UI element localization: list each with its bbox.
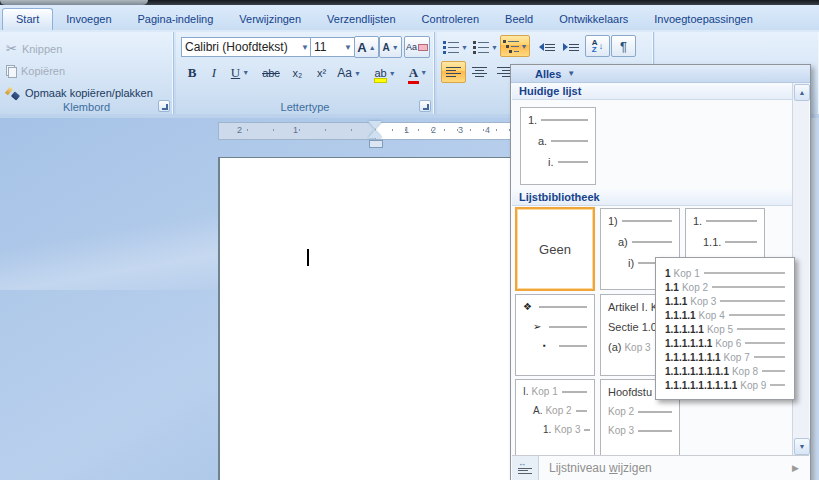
clipboard-group: ✂ Knippen Kopiëren Opmaak kopiëren/plakk… bbox=[0, 32, 174, 114]
list-style-preview-flyout: 1Kop 1 1.1Kop 2 1.1.1Kop 3 1.1.1.1Kop 4 … bbox=[655, 257, 795, 400]
tab-verwijzingen[interactable]: Verwijzingen bbox=[226, 9, 314, 30]
list-style-roman-headings[interactable]: I.Kop 1 A.Kop 2 1.Kop 3 bbox=[515, 379, 595, 461]
bullets-button[interactable]: ▼ bbox=[441, 36, 470, 58]
align-center-icon bbox=[472, 67, 487, 77]
align-left-button[interactable] bbox=[441, 61, 466, 83]
align-center-button[interactable] bbox=[467, 61, 492, 83]
list-style-none[interactable]: Geen bbox=[515, 207, 595, 291]
chevron-down-icon: ▼ bbox=[461, 44, 468, 51]
clipboard-group-label: Klembord bbox=[0, 101, 173, 113]
numbering-icon bbox=[473, 41, 489, 54]
font-color-swatch bbox=[408, 81, 419, 84]
ribbon-tab-bar: Start Invoegen Pagina-indeling Verwijzin… bbox=[0, 5, 819, 31]
font-group-label: Lettertype bbox=[176, 101, 434, 113]
tab-invoegtoepassingen[interactable]: Invoegtoepassingen bbox=[641, 9, 765, 30]
tab-pagina-indeling[interactable]: Pagina-indeling bbox=[125, 9, 227, 30]
highlight-color-button[interactable]: ab ▼ bbox=[368, 62, 402, 84]
current-list-preview[interactable]: 1. a. i. bbox=[520, 107, 596, 185]
highlight-color-swatch bbox=[374, 78, 386, 83]
list-style-bullets[interactable]: ❖ ➢ ▪ bbox=[515, 294, 595, 376]
chevron-down-icon: ▼ bbox=[242, 69, 249, 77]
copy-icon bbox=[6, 65, 16, 77]
chevron-down-icon: ▼ bbox=[354, 70, 361, 77]
ruler-mark: 3 bbox=[458, 125, 463, 135]
clear-formatting-button[interactable]: Aa bbox=[404, 36, 430, 58]
grow-font-button[interactable]: A▲ bbox=[354, 36, 379, 58]
chevron-down-icon: ▼ bbox=[297, 43, 309, 52]
clipboard-dialog-launcher-icon[interactable] bbox=[158, 100, 170, 112]
list-filter-dropdown[interactable]: Alles ▼ bbox=[511, 65, 810, 83]
ruler-mark: 1 bbox=[293, 125, 298, 135]
section-list-library: Lijstbibliotheek bbox=[512, 189, 793, 206]
cut-button: ✂ Knippen bbox=[6, 40, 62, 58]
eraser-icon bbox=[418, 44, 428, 51]
hanging-indent-marker[interactable] bbox=[368, 130, 382, 138]
tab-start[interactable]: Start bbox=[2, 8, 53, 30]
tab-ontwikkelaars[interactable]: Ontwikkelaars bbox=[546, 9, 641, 30]
decrease-indent-button[interactable] bbox=[534, 36, 559, 58]
change-list-level-icon: ↔ bbox=[518, 462, 532, 474]
strikethrough-button[interactable]: abc bbox=[256, 62, 286, 84]
ruler-mark: 2 bbox=[431, 125, 436, 135]
decrease-indent-icon bbox=[539, 43, 555, 51]
ruler-mark: 2 bbox=[237, 125, 242, 135]
italic-button[interactable]: I bbox=[203, 62, 225, 84]
tab-controleren[interactable]: Controleren bbox=[409, 9, 492, 30]
shrink-font-button[interactable]: A▼ bbox=[379, 36, 402, 58]
underline-button[interactable]: U▼ bbox=[224, 62, 256, 84]
increase-indent-button[interactable] bbox=[558, 36, 583, 58]
chevron-down-icon: ▼ bbox=[420, 69, 427, 77]
chevron-down-icon: ▼ bbox=[389, 70, 396, 77]
font-color-button[interactable]: A ▼ bbox=[402, 62, 434, 84]
bullets-icon bbox=[443, 41, 459, 54]
multilevel-list-icon bbox=[503, 40, 519, 53]
ruler-mark: 1 bbox=[404, 125, 409, 135]
superscript-button[interactable]: x² bbox=[309, 62, 334, 84]
chevron-down-icon: ▼ bbox=[340, 43, 352, 52]
chevron-down-icon: ▼ bbox=[521, 43, 528, 50]
font-name-combo[interactable]: Calibri (Hoofdtekst) ▼ bbox=[181, 37, 313, 57]
font-size-combo[interactable]: 11 ▼ bbox=[310, 37, 356, 57]
scissors-icon: ✂ bbox=[6, 43, 17, 55]
scroll-down-icon[interactable]: ▼ bbox=[794, 438, 810, 455]
sort-button[interactable]: AZ ↓ bbox=[585, 35, 610, 57]
tab-beeld[interactable]: Beeld bbox=[492, 9, 546, 30]
scroll-up-icon[interactable]: ▲ bbox=[794, 84, 810, 101]
show-marks-button[interactable]: ¶ bbox=[611, 35, 636, 57]
change-list-level-item[interactable]: ↔ Lijstniveau wijzigen ▶ bbox=[512, 455, 809, 480]
tab-invoegen[interactable]: Invoegen bbox=[53, 9, 124, 30]
left-indent-marker[interactable] bbox=[369, 140, 383, 148]
copy-button: Kopiëren bbox=[6, 62, 65, 80]
first-line-indent-marker[interactable] bbox=[368, 121, 382, 129]
format-painter-button[interactable]: Opmaak kopiëren/plakken bbox=[6, 84, 153, 102]
chevron-down-icon: ▼ bbox=[491, 44, 498, 51]
subscript-button[interactable]: x₂ bbox=[285, 62, 310, 84]
sort-icon: AZ bbox=[592, 39, 598, 53]
text-cursor bbox=[307, 249, 309, 266]
section-current-list: Huidige lijst bbox=[512, 83, 793, 100]
align-left-icon bbox=[446, 67, 461, 77]
change-case-button[interactable]: Aa▼ bbox=[333, 62, 365, 84]
submenu-arrow-icon: ▶ bbox=[792, 463, 799, 473]
tab-verzendlijsten[interactable]: Verzendlijsten bbox=[314, 9, 409, 30]
chevron-down-icon: ▼ bbox=[567, 69, 575, 78]
bold-button[interactable]: B bbox=[180, 62, 204, 84]
ruler-mark: 4 bbox=[485, 125, 490, 135]
numbering-button[interactable]: ▼ bbox=[471, 36, 500, 58]
font-group: Calibri (Hoofdtekst) ▼ 11 ▼ A▲ A▼ Aa B I… bbox=[176, 32, 435, 114]
format-painter-icon bbox=[6, 87, 20, 100]
font-dialog-launcher-icon[interactable] bbox=[419, 100, 431, 112]
multilevel-list-button[interactable]: ▼ bbox=[500, 35, 530, 57]
increase-indent-icon bbox=[563, 43, 579, 51]
